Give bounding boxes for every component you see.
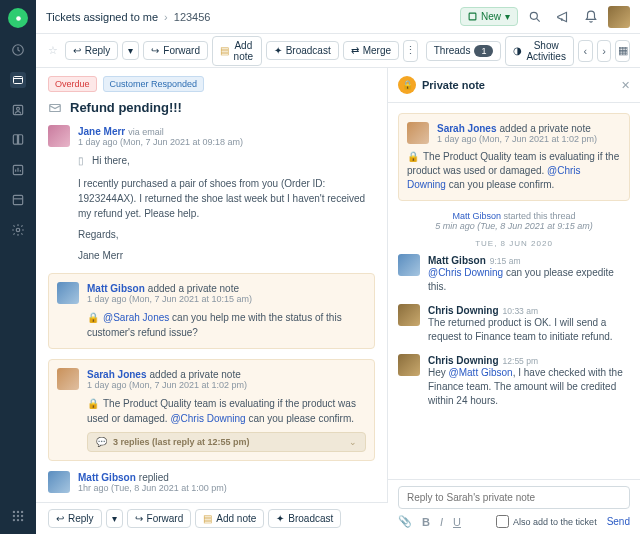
close-icon[interactable]: ✕ bbox=[621, 79, 630, 92]
svg-point-9 bbox=[17, 511, 19, 513]
svg-point-7 bbox=[16, 228, 20, 232]
thread-started-label: Matt Gibson started this thread5 min ago… bbox=[398, 211, 630, 231]
customer-message: Jane Merr via email 1 day ago (Mon, 7 Ju… bbox=[48, 125, 375, 263]
analytics-nav-icon[interactable] bbox=[10, 192, 26, 208]
svg-point-4 bbox=[17, 107, 20, 110]
breadcrumb-parent[interactable]: Tickets assigned to me bbox=[46, 11, 158, 23]
prev-icon[interactable]: ‹ bbox=[578, 40, 593, 62]
action-bar: ☆ ↩ Reply ▾ ↪ Forward ▤ Add note ✦ Broad… bbox=[36, 34, 640, 68]
thread-message: Chris Downing12:55 pm Hey @Matt Gibson, … bbox=[398, 354, 630, 408]
thread-side-panel: 🔒 Private note ✕ Sarah Jones added a pri… bbox=[388, 68, 640, 534]
breadcrumb-id: 123456 bbox=[174, 11, 211, 23]
svg-rect-17 bbox=[469, 13, 476, 20]
lock-badge-icon: 🔒 bbox=[398, 76, 416, 94]
side-parent-note: Sarah Jones added a private note 1 day a… bbox=[398, 113, 630, 201]
knowledge-nav-icon[interactable] bbox=[10, 132, 26, 148]
svg-point-8 bbox=[13, 511, 15, 513]
thread-reply-input[interactable] bbox=[398, 486, 630, 509]
chevron-down-icon: ⌄ bbox=[349, 437, 357, 447]
forward-button[interactable]: ↪ Forward bbox=[127, 509, 192, 528]
ticket-pane: Overdue Customer Responded Refund pendin… bbox=[36, 68, 388, 534]
forward-button[interactable]: ↪ Forward bbox=[143, 41, 208, 60]
side-navigation bbox=[0, 0, 36, 534]
overdue-badge: Overdue bbox=[48, 76, 97, 92]
avatar bbox=[57, 282, 79, 304]
svg-point-11 bbox=[13, 515, 15, 517]
lock-icon: 🔒 bbox=[87, 398, 99, 409]
svg-point-10 bbox=[21, 511, 23, 513]
responded-badge: Customer Responded bbox=[103, 76, 205, 92]
private-note-2: Sarah Jones added a private note 1 day a… bbox=[48, 359, 375, 461]
also-add-checkbox[interactable]: Also add to the ticket bbox=[496, 515, 597, 528]
thread-message: Chris Downing10:33 am The returned produ… bbox=[398, 304, 630, 344]
dashboard-nav-icon[interactable] bbox=[10, 42, 26, 58]
reply-button[interactable]: ↩ Reply bbox=[48, 509, 102, 528]
tickets-nav-icon[interactable] bbox=[10, 72, 26, 88]
ticket-subject: Refund pending!!! bbox=[70, 100, 182, 115]
avatar bbox=[57, 368, 79, 390]
thread-reply-footer: 📎 B I U Also add to the ticket Send bbox=[388, 479, 640, 534]
threads-button[interactable]: Threads 1 bbox=[426, 41, 502, 61]
avatar bbox=[48, 471, 70, 493]
side-panel-title: Private note bbox=[422, 79, 615, 91]
underline-icon[interactable]: U bbox=[453, 516, 461, 528]
reply-dropdown[interactable]: ▾ bbox=[106, 509, 123, 528]
svg-point-14 bbox=[13, 519, 15, 521]
chevron-right-icon: › bbox=[164, 11, 168, 23]
app-logo[interactable] bbox=[8, 8, 28, 28]
new-button[interactable]: New▾ bbox=[460, 7, 518, 26]
bottom-action-bar: ↩ Reply ▾ ↪ Forward ▤ Add note ✦ Broadca… bbox=[36, 502, 388, 534]
svg-point-16 bbox=[21, 519, 23, 521]
show-activities-button[interactable]: ◑ Show Activities bbox=[505, 36, 573, 66]
settings-nav-icon[interactable] bbox=[10, 222, 26, 238]
announce-icon[interactable] bbox=[552, 6, 574, 28]
envelope-icon bbox=[48, 101, 62, 115]
send-button[interactable]: Send bbox=[607, 516, 630, 527]
quote-icon: ▯ bbox=[78, 153, 84, 168]
lock-icon: 🔒 bbox=[407, 151, 419, 162]
search-icon[interactable] bbox=[524, 6, 546, 28]
apps-grid-icon[interactable] bbox=[10, 508, 26, 524]
merge-button[interactable]: ⇄ Merge bbox=[343, 41, 399, 60]
broadcast-button[interactable]: ✦ Broadcast bbox=[268, 509, 341, 528]
add-note-button[interactable]: ▤ Add note bbox=[212, 36, 262, 66]
topbar: Tickets assigned to me › 123456 New▾ bbox=[36, 0, 640, 34]
reports-nav-icon[interactable] bbox=[10, 162, 26, 178]
svg-point-12 bbox=[17, 515, 19, 517]
thread-collapse-bar[interactable]: 💬3 replies (last reply at 12:55 pm)⌄ bbox=[87, 432, 366, 452]
reply-button[interactable]: ↩ Reply bbox=[65, 41, 119, 60]
avatar bbox=[48, 125, 70, 147]
avatar bbox=[398, 304, 420, 326]
star-icon[interactable]: ☆ bbox=[46, 40, 61, 62]
avatar bbox=[407, 122, 429, 144]
svg-rect-6 bbox=[13, 195, 22, 204]
svg-point-18 bbox=[530, 12, 537, 19]
lock-icon: 🔒 bbox=[87, 312, 99, 323]
broadcast-button[interactable]: ✦ Broadcast bbox=[266, 41, 339, 60]
svg-point-15 bbox=[17, 519, 19, 521]
add-note-button[interactable]: ▤ Add note bbox=[195, 509, 264, 528]
attach-icon[interactable]: 📎 bbox=[398, 515, 412, 528]
avatar bbox=[398, 254, 420, 276]
avatar bbox=[398, 354, 420, 376]
svg-point-0 bbox=[16, 16, 21, 21]
notification-icon[interactable] bbox=[580, 6, 602, 28]
breadcrumb: Tickets assigned to me › 123456 bbox=[46, 11, 210, 23]
bold-icon[interactable]: B bbox=[422, 516, 430, 528]
date-divider: TUE, 8 JUN 2020 bbox=[398, 239, 630, 248]
private-note-1: Matt Gibson added a private note 1 day a… bbox=[48, 273, 375, 349]
italic-icon[interactable]: I bbox=[440, 516, 443, 528]
expand-icon[interactable]: ▦ bbox=[615, 40, 630, 62]
more-actions-icon[interactable]: ⋮ bbox=[403, 40, 418, 62]
contacts-nav-icon[interactable] bbox=[10, 102, 26, 118]
next-icon[interactable]: › bbox=[597, 40, 612, 62]
svg-point-13 bbox=[21, 515, 23, 517]
user-avatar[interactable] bbox=[608, 6, 630, 28]
thread-message: Matt Gibson9:15 am @Chris Downing can yo… bbox=[398, 254, 630, 294]
svg-rect-2 bbox=[14, 77, 23, 84]
reply-dropdown[interactable]: ▾ bbox=[122, 41, 139, 60]
